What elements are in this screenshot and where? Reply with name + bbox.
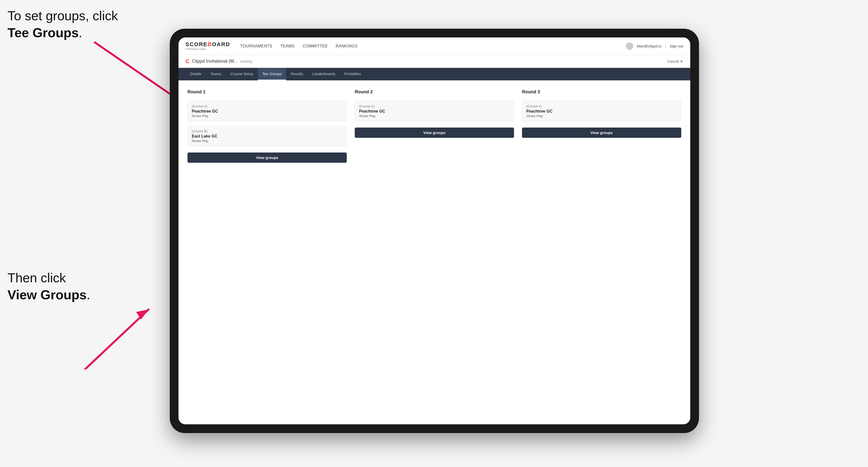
round-2-title: Round 2 <box>355 89 514 95</box>
round-1-title: Round 1 <box>187 89 347 95</box>
cancel-link[interactable]: Cancel ✕ <box>667 59 683 63</box>
rounds-grid: Round 1 (Course A) Peachtree GC Stroke P… <box>187 89 681 163</box>
c-logo: C <box>185 58 189 65</box>
round-3-course-a-format: Stroke Play <box>526 114 677 118</box>
cancel-area: Cancel ✕ <box>667 59 683 64</box>
nav-right: blair@clippd.io | Sign out <box>626 42 683 50</box>
round-1-course-b-format: Stroke Play <box>192 139 342 143</box>
nav-links: TOURNAMENTS TEAMS COMMITTEE RANKINGS <box>240 44 358 49</box>
round-1-course-b-name: East Lake GC <box>192 134 342 138</box>
round-3-course-a-card: (Course A) Peachtree GC Stroke Play <box>522 101 681 122</box>
tab-teams[interactable]: Teams <box>206 68 226 81</box>
nav-rankings[interactable]: RANKINGS <box>336 44 358 49</box>
round-2-course-a-name: Peachtree GC <box>359 109 510 114</box>
round-1-course-a-name: Peachtree GC <box>192 109 342 114</box>
round-1-course-b-label: (Course B) <box>192 129 342 133</box>
nav-left: SCOREBOARD Powered by clippit TOURNAMENT… <box>185 42 358 51</box>
nav-committee[interactable]: COMMITTEE <box>303 44 328 49</box>
hosting-badge: Hosting <box>240 59 252 63</box>
round-1-course-a-label: (Course A) <box>192 104 342 108</box>
arrow-bottom <box>78 297 157 369</box>
tab-leaderboards[interactable]: Leaderboards <box>308 68 340 81</box>
round-2-view-groups-button[interactable]: View groups <box>355 128 514 138</box>
logo-text: SCOREBOARD <box>185 42 230 47</box>
instruction-top-bold: Tee Groups <box>7 26 79 40</box>
instruction-top-period: . <box>79 26 82 40</box>
round-1-view-groups-button[interactable]: View groups <box>187 153 347 163</box>
tablet: SCOREBOARD Powered by clippit TOURNAMENT… <box>170 29 699 433</box>
round-3-view-groups-button[interactable]: View groups <box>522 128 681 138</box>
round-3-column: Round 3 (Course A) Peachtree GC Stroke P… <box>522 89 681 163</box>
round-1-course-a-format: Stroke Play <box>192 114 342 118</box>
round-2-course-a-format: Stroke Play <box>359 114 510 118</box>
instruction-bottom-bold: View Groups <box>7 287 87 302</box>
round-1-course-b-card: (Course B) East Lake GC Stroke Play <box>187 126 347 147</box>
round-1-course-a-card: (Course A) Peachtree GC Stroke Play <box>187 101 347 122</box>
avatar <box>626 42 633 50</box>
instruction-top-line1: To set groups, click <box>7 8 118 23</box>
instruction-bottom-line1: Then click <box>7 271 66 285</box>
tab-results[interactable]: Results <box>286 68 308 81</box>
sub-nav: C Clippd Invitational (M... Hosting Canc… <box>179 55 690 68</box>
user-email: blair@clippd.io <box>637 44 661 48</box>
tournament-name: Clippd Invitational (M... <box>192 59 238 64</box>
nav-tournaments[interactable]: TOURNAMENTS <box>240 44 272 49</box>
round-1-column: Round 1 (Course A) Peachtree GC Stroke P… <box>187 89 347 163</box>
tab-bar: Details Teams Course Setup Tee Groups Re… <box>179 68 690 81</box>
round-3-course-a-name: Peachtree GC <box>526 109 677 114</box>
round-3-course-a-label: (Course A) <box>526 104 677 108</box>
round-2-course-a-label: (Course A) <box>359 104 510 108</box>
tab-tee-groups[interactable]: Tee Groups <box>258 68 286 81</box>
sign-out-link[interactable]: Sign out <box>670 44 683 48</box>
tablet-screen: SCOREBOARD Powered by clippit TOURNAMENT… <box>179 37 690 424</box>
tournament-title-area: C Clippd Invitational (M... Hosting <box>185 58 252 65</box>
svg-marker-3 <box>136 310 149 319</box>
main-content: Round 1 (Course A) Peachtree GC Stroke P… <box>179 81 690 424</box>
tab-details[interactable]: Details <box>185 68 206 81</box>
logo-area: SCOREBOARD Powered by clippit <box>185 42 230 51</box>
round-2-column: Round 2 (Course A) Peachtree GC Stroke P… <box>355 89 514 163</box>
tab-course-setup[interactable]: Course Setup <box>226 68 258 81</box>
top-nav: SCOREBOARD Powered by clippit TOURNAMENT… <box>179 37 690 55</box>
svg-line-0 <box>95 42 182 102</box>
tab-printables[interactable]: Printables <box>340 68 366 81</box>
logo-sub: Powered by clippit <box>185 48 206 51</box>
svg-line-2 <box>85 310 149 369</box>
round-3-title: Round 3 <box>522 89 681 95</box>
round-2-course-a-card: (Course A) Peachtree GC Stroke Play <box>355 101 514 122</box>
nav-teams[interactable]: TEAMS <box>280 44 295 49</box>
